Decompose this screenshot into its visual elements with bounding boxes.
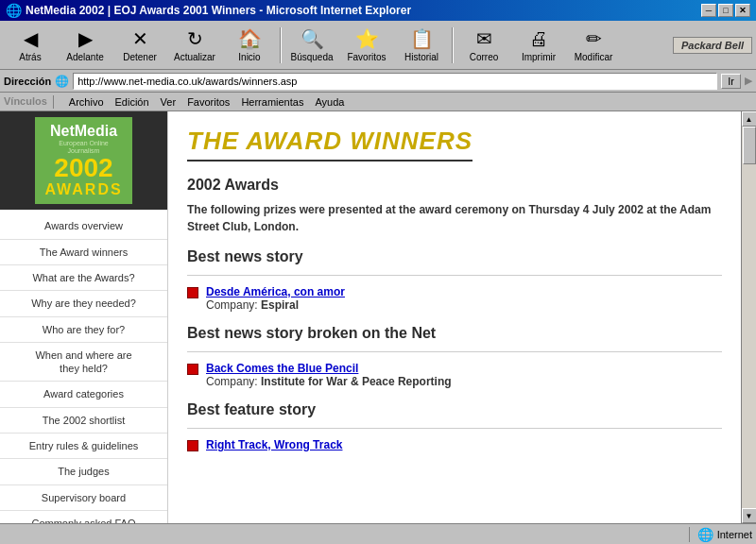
sidebar-item-faq[interactable]: Commonly asked FAQ bbox=[0, 511, 167, 523]
mail-label: Correo bbox=[470, 52, 499, 62]
sidebar-item-entry-rules[interactable]: Entry rules & guidelines bbox=[0, 434, 167, 459]
back-label: Atrás bbox=[19, 52, 41, 62]
window-titlebar: 🌐 NetMedia 2002 | EOJ Awards 2001 Winner… bbox=[0, 0, 756, 21]
intro-text: The following prizes were presented at t… bbox=[187, 201, 722, 235]
arrow-icon: ▶ bbox=[745, 75, 752, 87]
scroll-up-button[interactable]: ▲ bbox=[742, 111, 757, 127]
url-text: http://www.net-media.co.uk/awards/winner… bbox=[77, 76, 297, 87]
logo-netmedia: NetMedia bbox=[44, 123, 122, 140]
zone-label: Internet bbox=[717, 529, 752, 540]
winner-bullet-2 bbox=[187, 364, 198, 375]
winner-info-3: Right Track, Wrong Track bbox=[206, 438, 342, 451]
winner-company-2: Company: Institute for War & Peace Repor… bbox=[206, 375, 452, 388]
maximize-button[interactable]: □ bbox=[718, 4, 733, 17]
winner-item-3: Right Track, Wrong Track bbox=[187, 438, 722, 451]
forward-button[interactable]: ▶ Adelante bbox=[59, 24, 112, 67]
url-input[interactable]: http://www.net-media.co.uk/awards/winner… bbox=[73, 73, 717, 90]
sidebar-item-award-winners[interactable]: The Award winners bbox=[0, 240, 167, 265]
history-icon: 📋 bbox=[410, 27, 434, 50]
menu-edicion[interactable]: Edición bbox=[115, 96, 149, 108]
scroll-track[interactable] bbox=[742, 127, 756, 508]
menu-archivo[interactable]: Archivo bbox=[69, 96, 104, 108]
edit-button[interactable]: ✏ Modificar bbox=[567, 24, 620, 67]
winner-company-1: Company: Espiral bbox=[206, 298, 345, 312]
stop-button[interactable]: ✕ Detener bbox=[113, 24, 166, 67]
winner-item-2: Back Comes the Blue Pencil Company: Inst… bbox=[187, 362, 722, 388]
refresh-icon: ↻ bbox=[187, 27, 203, 50]
section-title-3: Best feature story bbox=[187, 401, 722, 418]
sidebar-nav: Awards overview The Award winners What a… bbox=[0, 210, 167, 523]
mail-button[interactable]: ✉ Correo bbox=[457, 24, 510, 67]
refresh-label: Actualizar bbox=[174, 52, 215, 62]
print-icon: 🖨 bbox=[529, 28, 548, 50]
sidebar-item-why-needed[interactable]: Why are they needed? bbox=[0, 291, 167, 316]
sidebar-item-judges[interactable]: The judges bbox=[0, 459, 167, 484]
divider-3 bbox=[187, 428, 722, 429]
sidebar-item-when-where[interactable]: When and where arethey held? bbox=[0, 343, 167, 382]
status-zone: 🌐 Internet bbox=[689, 527, 752, 542]
winner-item-1: Desde América, con amor Company: Espiral bbox=[187, 285, 722, 312]
favorites-button[interactable]: ⭐ Favoritos bbox=[340, 24, 393, 67]
address-bar: Dirección 🌐 http://www.net-media.co.uk/a… bbox=[0, 70, 756, 93]
winner-info-1: Desde América, con amor Company: Espiral bbox=[206, 285, 345, 312]
logo-awards: AWARDS bbox=[44, 181, 122, 198]
go-button[interactable]: Ir bbox=[721, 74, 741, 89]
scroll-thumb[interactable] bbox=[743, 127, 756, 164]
menu-herramientas[interactable]: Herramientas bbox=[241, 96, 303, 108]
sidebar-item-award-categories[interactable]: Award categories bbox=[0, 382, 167, 407]
minimize-button[interactable]: ─ bbox=[701, 4, 716, 17]
status-bar: 🌐 Internet bbox=[0, 523, 756, 544]
sidebar-item-awards-overview[interactable]: Awards overview bbox=[0, 213, 167, 239]
sidebar-item-who-for[interactable]: Who are they for? bbox=[0, 317, 167, 343]
address-label: Dirección bbox=[4, 76, 51, 87]
sidebar-item-what-awards[interactable]: What are the Awards? bbox=[0, 265, 167, 291]
home-icon: 🏠 bbox=[238, 27, 262, 50]
browser-content: NetMedia European OnlineJournalism 2002 … bbox=[0, 111, 756, 523]
favorites-label: Favoritos bbox=[347, 52, 386, 62]
menu-ver[interactable]: Ver bbox=[161, 96, 177, 108]
search-icon: 🔍 bbox=[301, 27, 324, 50]
toolbar-separator-1 bbox=[280, 27, 282, 63]
vertical-scrollbar[interactable]: ▲ ▼ bbox=[741, 111, 756, 523]
search-label: Búsqueda bbox=[290, 52, 333, 62]
sidebar-item-2002-shortlist[interactable]: The 2002 shortlist bbox=[0, 408, 167, 434]
winner-info-2: Back Comes the Blue Pencil Company: Inst… bbox=[206, 362, 452, 388]
winner-title-2[interactable]: Back Comes the Blue Pencil bbox=[206, 362, 452, 375]
edit-label: Modificar bbox=[575, 52, 613, 62]
pb-logo: Packard Bell bbox=[673, 37, 752, 54]
menu-ayuda[interactable]: Ayuda bbox=[315, 96, 344, 108]
page-wrapper: NetMedia European OnlineJournalism 2002 … bbox=[0, 111, 756, 523]
history-button[interactable]: 📋 Historial bbox=[395, 24, 448, 67]
window-title: NetMedia 2002 | EOJ Awards 2001 Winners … bbox=[26, 4, 411, 17]
divider-2 bbox=[187, 351, 722, 352]
links-bar: Vínculos Archivo Edición Ver Favoritos H… bbox=[0, 93, 756, 111]
toolbar-separator-2 bbox=[452, 27, 454, 63]
sidebar-item-supervisory-board[interactable]: Supervisory board bbox=[0, 485, 167, 511]
print-label: Imprimir bbox=[522, 52, 556, 62]
close-button[interactable]: ✕ bbox=[735, 4, 750, 17]
print-button[interactable]: 🖨 Imprimir bbox=[512, 24, 565, 67]
globe-icon: 🌐 bbox=[697, 527, 713, 542]
logo-box: NetMedia European OnlineJournalism 2002 … bbox=[35, 117, 131, 204]
sidebar-logo: NetMedia European OnlineJournalism 2002 … bbox=[0, 111, 167, 210]
stop-label: Detener bbox=[123, 52, 157, 62]
scroll-down-button[interactable]: ▼ bbox=[742, 508, 757, 523]
logo-year: 2002 bbox=[44, 155, 122, 181]
page-heading: 2002 Awards bbox=[187, 177, 722, 194]
toolbar: ◀ Atrás ▶ Adelante ✕ Detener ↻ Actualiza… bbox=[0, 21, 756, 70]
home-button[interactable]: 🏠 Inicio bbox=[223, 24, 276, 67]
ie-icon: 🌐 bbox=[6, 3, 22, 18]
page-title: THE AWARD WINNERS bbox=[187, 127, 472, 162]
edit-icon: ✏ bbox=[586, 27, 602, 50]
section-title-2: Best news story broken on the Net bbox=[187, 325, 722, 342]
winner-title-1[interactable]: Desde América, con amor bbox=[206, 285, 345, 298]
search-button[interactable]: 🔍 Búsqueda bbox=[285, 24, 338, 67]
back-button[interactable]: ◀ Atrás bbox=[4, 24, 57, 67]
menu-favoritos[interactable]: Favoritos bbox=[187, 96, 230, 108]
favorites-icon: ⭐ bbox=[355, 27, 379, 50]
page-icon: 🌐 bbox=[55, 75, 69, 88]
back-icon: ◀ bbox=[24, 27, 38, 50]
forward-icon: ▶ bbox=[78, 27, 93, 50]
winner-title-3[interactable]: Right Track, Wrong Track bbox=[206, 438, 342, 451]
refresh-button[interactable]: ↻ Actualizar bbox=[168, 24, 221, 67]
